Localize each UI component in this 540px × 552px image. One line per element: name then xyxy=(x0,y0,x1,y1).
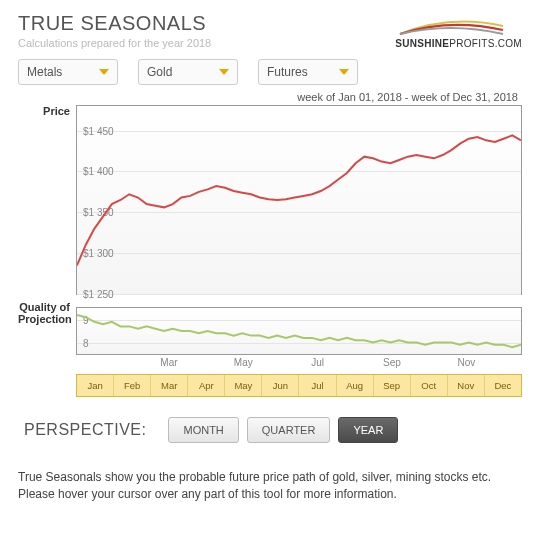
month-cell-sep[interactable]: Sep xyxy=(374,375,411,396)
month-cell-mar[interactable]: Mar xyxy=(151,375,188,396)
month-cell-dec[interactable]: Dec xyxy=(485,375,521,396)
price-chart[interactable]: $1 450$1 400$1 350$1 300$1 250 xyxy=(76,105,522,295)
category-select[interactable]: Metals xyxy=(18,59,118,85)
month-cell-apr[interactable]: Apr xyxy=(188,375,225,396)
month-cell-jan[interactable]: Jan xyxy=(77,375,114,396)
footer-description: True Seasonals show you the probable fut… xyxy=(18,469,522,503)
metal-select[interactable]: Gold xyxy=(138,59,238,85)
page-title: TRUE SEASONALS xyxy=(18,12,211,35)
x-tick: Jul xyxy=(299,357,336,368)
category-value: Metals xyxy=(27,65,62,79)
perspective-quarter-button[interactable]: QUARTER xyxy=(247,417,331,443)
quality-axis-label: Quality of Projection xyxy=(18,301,76,355)
price-axis-label: Price xyxy=(18,105,76,295)
month-cell-jul[interactable]: Jul xyxy=(299,375,336,396)
month-selector-strip: JanFebMarAprMayJunJulAugSepOctNovDec xyxy=(76,374,522,397)
instrument-value: Futures xyxy=(267,65,308,79)
x-tick: Mar xyxy=(150,357,187,368)
x-axis: MarMayJulSepNov xyxy=(76,357,522,368)
x-tick: Sep xyxy=(373,357,410,368)
page-subtitle: Calculations prepared for the year 2018 xyxy=(18,37,211,49)
month-cell-feb[interactable]: Feb xyxy=(114,375,151,396)
quality-chart[interactable]: 98 xyxy=(76,307,522,355)
perspective-label: PERSPECTIVE: xyxy=(24,421,146,439)
month-cell-may[interactable]: May xyxy=(225,375,262,396)
month-cell-nov[interactable]: Nov xyxy=(448,375,485,396)
perspective-year-button[interactable]: YEAR xyxy=(338,417,398,443)
metal-value: Gold xyxy=(147,65,172,79)
chevron-down-icon xyxy=(219,69,229,75)
x-tick: May xyxy=(225,357,262,368)
logo-text-2: PROFITS.COM xyxy=(449,38,522,49)
x-tick: Nov xyxy=(448,357,485,368)
brand-logo: SUNSHINEPROFITS.COM xyxy=(395,12,522,49)
month-cell-jun[interactable]: Jun xyxy=(262,375,299,396)
month-cell-aug[interactable]: Aug xyxy=(337,375,374,396)
perspective-month-button[interactable]: MONTH xyxy=(168,417,238,443)
month-cell-oct[interactable]: Oct xyxy=(411,375,448,396)
chevron-down-icon xyxy=(99,69,109,75)
date-range: week of Jan 01, 2018 - week of Dec 31, 2… xyxy=(18,91,522,103)
logo-text-1: SUNSHINE xyxy=(395,38,449,49)
chevron-down-icon xyxy=(339,69,349,75)
instrument-select[interactable]: Futures xyxy=(258,59,358,85)
